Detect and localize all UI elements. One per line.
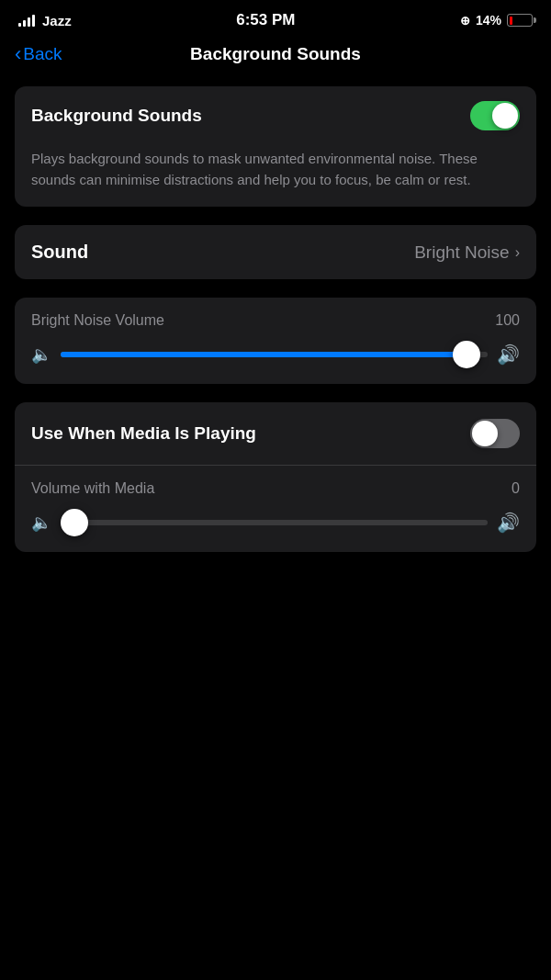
media-toggle-thumb bbox=[472, 421, 498, 446]
bright-noise-slider-thumb[interactable] bbox=[453, 341, 480, 368]
bright-noise-slider-track[interactable] bbox=[61, 352, 488, 357]
media-toggle-label: Use When Media Is Playing bbox=[31, 423, 256, 444]
media-slider-thumb[interactable] bbox=[61, 509, 88, 536]
media-volume-section: Volume with Media 0 bbox=[15, 466, 536, 552]
sound-selection-card[interactable]: Sound Bright Noise › bbox=[15, 225, 536, 279]
media-toggle-row: Use When Media Is Playing bbox=[15, 402, 536, 466]
background-sounds-description: Plays background sounds to mask unwanted… bbox=[15, 145, 536, 207]
volume-title: Bright Noise Volume bbox=[31, 312, 164, 329]
back-button[interactable]: ‹ Back bbox=[15, 44, 62, 64]
back-label: Back bbox=[23, 44, 62, 64]
location-icon: ⊕ bbox=[460, 14, 470, 28]
sound-row[interactable]: Sound Bright Noise › bbox=[15, 225, 536, 279]
media-volume-value: 0 bbox=[512, 480, 520, 497]
media-slider-row bbox=[31, 512, 520, 534]
sound-value-text: Bright Noise bbox=[414, 242, 510, 263]
back-chevron-icon: ‹ bbox=[15, 44, 21, 64]
battery-icon bbox=[507, 14, 533, 27]
background-sounds-card: Background Sounds Plays background sound… bbox=[15, 86, 536, 207]
speaker-low-icon bbox=[31, 344, 51, 365]
battery-percent: 14% bbox=[476, 13, 501, 28]
page-title: Background Sounds bbox=[190, 44, 361, 64]
media-speaker-high-icon bbox=[497, 512, 520, 534]
nav-header: ‹ Back Background Sounds bbox=[0, 37, 551, 79]
signal-bars-icon bbox=[18, 14, 35, 27]
media-volume-header: Volume with Media 0 bbox=[31, 480, 520, 497]
volume-header: Bright Noise Volume 100 bbox=[31, 312, 520, 329]
media-playing-toggle[interactable] bbox=[470, 419, 520, 448]
toggle-thumb bbox=[492, 103, 518, 129]
bright-noise-slider-fill bbox=[61, 352, 467, 357]
media-volume-title: Volume with Media bbox=[31, 480, 154, 497]
status-bar: Jazz 6:53 PM ⊕ 14% bbox=[0, 0, 551, 37]
status-time: 6:53 PM bbox=[236, 11, 295, 29]
chevron-right-icon: › bbox=[515, 244, 520, 261]
media-playing-card: Use When Media Is Playing Volume with Me… bbox=[15, 402, 536, 552]
bright-noise-volume-card: Bright Noise Volume 100 bbox=[15, 298, 536, 384]
volume-value: 100 bbox=[495, 312, 520, 329]
background-sounds-row: Background Sounds bbox=[15, 86, 536, 145]
status-right: ⊕ 14% bbox=[460, 13, 533, 28]
media-slider-track[interactable] bbox=[61, 520, 488, 525]
content-area: Background Sounds Plays background sound… bbox=[0, 79, 551, 559]
battery-fill bbox=[510, 17, 512, 25]
sound-value-group: Bright Noise › bbox=[414, 242, 520, 263]
status-left: Jazz bbox=[18, 13, 72, 28]
speaker-high-icon bbox=[497, 344, 520, 366]
background-sounds-label: Background Sounds bbox=[31, 106, 202, 126]
bright-noise-slider-row bbox=[31, 344, 520, 366]
background-sounds-toggle[interactable] bbox=[470, 101, 520, 130]
sound-label: Sound bbox=[31, 242, 88, 263]
media-speaker-low-icon bbox=[31, 513, 51, 533]
carrier-name: Jazz bbox=[42, 13, 72, 28]
